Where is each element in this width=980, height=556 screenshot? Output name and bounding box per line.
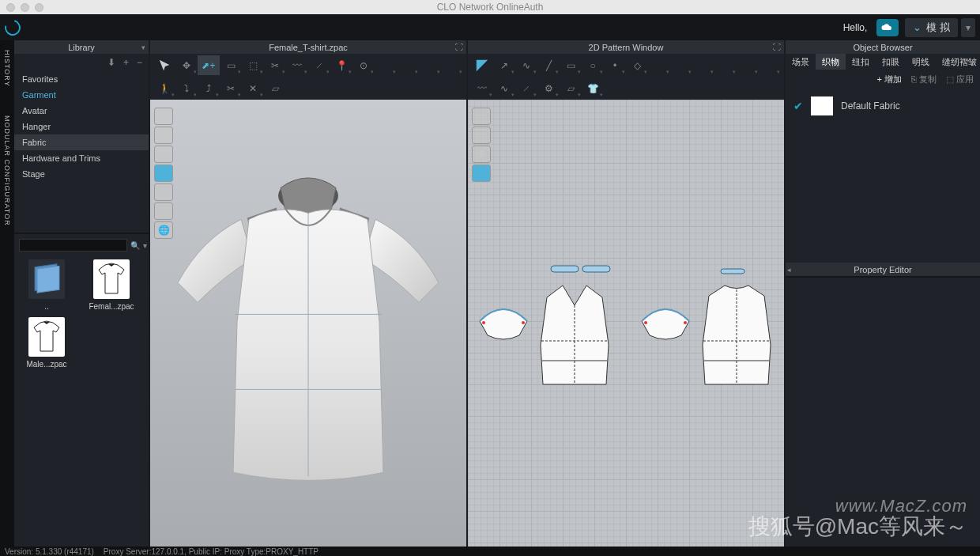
chevron-left-icon[interactable]: ◂	[787, 266, 791, 274]
extra-tool-icon[interactable]: ▾	[419, 55, 441, 75]
rect-tool-icon[interactable]: ▭▾	[560, 55, 582, 75]
view-mode-icon[interactable]	[472, 108, 491, 125]
lib-item-stage[interactable]: Stage	[14, 166, 149, 182]
add-fabric-button[interactable]: +增加	[877, 74, 902, 85]
pin-tool-icon[interactable]: 📍▾	[330, 55, 352, 75]
tab-fabric[interactable]: 织物	[816, 54, 846, 70]
select-rect-tool-icon[interactable]: ▭▾	[220, 55, 242, 75]
iron-tool-icon[interactable]: ▱▾	[560, 78, 582, 98]
extra-tool-icon[interactable]: ▾	[714, 55, 737, 75]
thumb-parent-folder[interactable]: ..	[17, 259, 76, 311]
measure-tool-icon[interactable]: ⟋▾	[308, 55, 330, 75]
extra-tool-icon[interactable]: ▾	[670, 55, 692, 75]
library-header: Library ▾	[14, 40, 149, 54]
dropdown-icon[interactable]: ▾	[143, 241, 147, 250]
fold-tool-icon[interactable]: ⤴▾	[198, 78, 220, 98]
simulate-button[interactable]: ⌄ 模 拟	[905, 18, 958, 37]
app-header: Hello, ⌄ 模 拟 ▾	[0, 14, 980, 40]
circle-tool-icon[interactable]: ○▾	[582, 55, 604, 75]
library-search-input[interactable]	[19, 239, 127, 252]
maximize-icon[interactable]: ⛶	[773, 43, 781, 51]
extra-tool-icon[interactable]: ▾	[737, 55, 759, 75]
shirt-tool-icon[interactable]: 👕▾	[582, 78, 604, 98]
marquee-tool-icon[interactable]: ⬚▾	[242, 55, 264, 75]
copy-fabric-button[interactable]: ⎘复制	[911, 74, 937, 85]
tab-pucker[interactable]: 缝纫褶皱	[936, 54, 980, 70]
iron-tool-icon[interactable]: ▱	[264, 78, 286, 98]
cursor-tool-icon[interactable]	[153, 55, 175, 75]
vtab-modular[interactable]: MODULAR CONFIGURATOR	[3, 111, 11, 231]
view-mode-icon[interactable]	[154, 127, 173, 144]
svg-rect-6	[551, 266, 579, 272]
sew-tool-icon[interactable]: ⤵▾	[175, 78, 198, 98]
info-icon[interactable]: ℹ	[472, 146, 491, 163]
lib-item-fabric[interactable]: Fabric	[14, 134, 149, 150]
app-logo-icon[interactable]	[2, 17, 23, 38]
add-point-tool-icon[interactable]: ⬈+	[198, 55, 220, 75]
fabric-list: ✔ Default Fabric	[786, 89, 980, 263]
sewing-tool-icon[interactable]: ⟋▾	[515, 78, 537, 98]
cloud-sync-button[interactable]	[876, 19, 899, 36]
lib-item-avatar[interactable]: Avatar	[14, 103, 149, 119]
extra-tool-icon[interactable]: ▾	[759, 55, 781, 75]
thumb-female-shirt[interactable]: Femal...zpac	[82, 259, 141, 311]
lib-item-hanger[interactable]: Hanger	[14, 119, 149, 134]
search-icon[interactable]: 🔍	[130, 241, 140, 250]
seam-tool-icon[interactable]: 〰▾	[286, 55, 308, 75]
apply-fabric-button[interactable]: ⬚应用	[946, 74, 974, 85]
cut-tool-icon[interactable]: ✂▾	[264, 55, 286, 75]
tab-scene[interactable]: 场景	[786, 54, 816, 70]
fabric-swatch	[811, 96, 833, 115]
svg-rect-1	[37, 266, 59, 293]
extra-tool-icon[interactable]: ▾	[441, 55, 463, 75]
point-tool-icon[interactable]: •▾	[604, 55, 626, 75]
avatar-tool-icon[interactable]: 🚶▾	[153, 78, 175, 98]
check-icon[interactable]: ✔	[793, 100, 803, 112]
library-thumbnails: .. Femal...zpac Male...zpac	[14, 253, 149, 375]
add-icon[interactable]: +	[123, 57, 129, 68]
download-icon[interactable]: ⬇	[107, 57, 115, 68]
extra-tool-icon[interactable]: ▾	[648, 55, 670, 75]
edit-tool-icon[interactable]: ↗▾	[493, 55, 515, 75]
machine-tool-icon[interactable]: ⚙▾	[537, 78, 560, 98]
extra-tool-icon[interactable]: ▾	[375, 55, 397, 75]
view2d-panel: 2D Pattern Window ⛶ ↗▾ ∿▾ ╱▾ ▭▾ ○▾ •▾ ◇▾…	[468, 40, 784, 547]
lib-item-hardware[interactable]: Hardware and Trims	[14, 150, 149, 166]
view3d-toolbar-1: ✥▾ ⬈+ ▭▾ ⬚▾ ✂▾ 〰▾ ⟋▾ 📍▾ ⊙▾ ▾ ▾ ▾ ▾	[150, 54, 466, 77]
maximize-icon[interactable]: ⛶	[455, 43, 463, 51]
cursor-tool-icon[interactable]	[471, 55, 493, 75]
move-tool-icon[interactable]: ✥▾	[175, 55, 198, 75]
needle-tool-icon[interactable]: ✕▾	[242, 78, 264, 98]
view-mode-icon[interactable]	[472, 165, 491, 182]
view2d-viewport[interactable]: ℹ	[468, 100, 784, 547]
chevron-down-icon[interactable]: ▾	[141, 43, 145, 51]
tab-topstitch[interactable]: 明线	[906, 54, 936, 70]
view-mode-icon[interactable]	[472, 127, 491, 144]
fabric-item[interactable]: ✔ Default Fabric	[790, 93, 975, 119]
svg-point-11	[644, 321, 647, 324]
tack-tool-icon[interactable]: ⊙▾	[352, 55, 375, 75]
curve-tool-icon[interactable]: ∿▾	[515, 55, 537, 75]
lib-item-favorites[interactable]: Favorites	[14, 71, 149, 87]
simulate-dropdown-button[interactable]: ▾	[961, 18, 975, 37]
view3d-panel: Female_T-shirt.zpac ⛶ ✥▾ ⬈+ ▭▾ ⬚▾ ✂▾ 〰▾ …	[150, 40, 466, 547]
sewing-tool-icon[interactable]: ∿▾	[493, 78, 515, 98]
proxy-label: Proxy Server:127.0.0.1, Public IP: Proxy…	[104, 547, 318, 556]
lib-item-garment[interactable]: Garment	[14, 87, 149, 103]
dart-tool-icon[interactable]: ◇▾	[626, 55, 648, 75]
view3d-viewport[interactable]: 🌐	[150, 100, 466, 547]
minus-icon[interactable]: −	[137, 57, 142, 68]
vtab-history[interactable]: HISTORY	[3, 45, 11, 92]
library-panel: Library ▾ ⬇ + − Favorites Garment Avatar…	[14, 40, 149, 547]
view2d-toolbar-2: 〰▾ ∿▾ ⟋▾ ⚙▾ ▱▾ 👕▾	[468, 77, 784, 100]
view-mode-icon[interactable]	[154, 146, 173, 163]
extra-tool-icon[interactable]: ▾	[692, 55, 714, 75]
sewing-tool-icon[interactable]: 〰▾	[471, 78, 493, 98]
tab-button[interactable]: 纽扣	[846, 54, 876, 70]
scissors-tool-icon[interactable]: ✂▾	[220, 78, 242, 98]
view-mode-icon[interactable]	[154, 108, 173, 125]
line-tool-icon[interactable]: ╱▾	[537, 55, 560, 75]
tab-buttonhole[interactable]: 扣眼	[876, 54, 906, 70]
extra-tool-icon[interactable]: ▾	[397, 55, 419, 75]
thumb-male-shirt[interactable]: Male...zpac	[17, 317, 76, 369]
